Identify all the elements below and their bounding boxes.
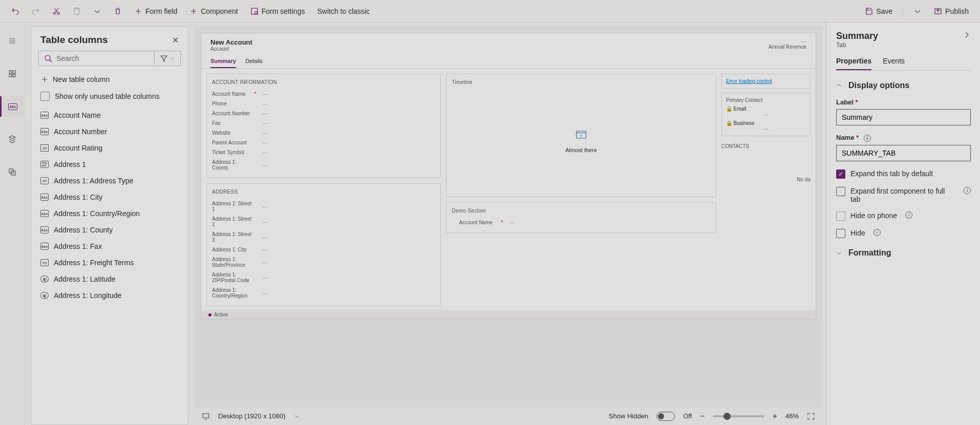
filter-button[interactable] [155, 51, 181, 66]
search-box[interactable] [38, 51, 155, 66]
component-label: Component [201, 7, 238, 15]
new-table-column-button[interactable]: New table column [31, 71, 188, 88]
column-item[interactable]: ◐Address 1: Latitude [31, 271, 188, 287]
column-item[interactable]: AbcAddress 1: City [31, 189, 188, 205]
hide-phone-checkbox-row[interactable]: Hide on phone i [836, 211, 971, 221]
svg-point-5 [254, 11, 257, 14]
chevron-down-icon [170, 54, 175, 62]
label-input[interactable] [836, 109, 971, 125]
hide-checkbox-row[interactable]: Hide i [836, 229, 971, 238]
primary-contact-box[interactable]: Primary Contact 🔒 Email --- 🔒 Business -… [721, 93, 811, 136]
expand-first-checkbox-row[interactable]: Expand first component to full tab i [836, 187, 971, 203]
hamburger-button[interactable] [0, 31, 25, 51]
formatting-header[interactable]: Formatting [836, 248, 971, 258]
save-button[interactable]: Save [861, 4, 897, 18]
properties-tab[interactable]: Properties [836, 57, 871, 70]
zoom-in-button[interactable]: + [773, 412, 777, 421]
save-label: Save [876, 7, 892, 15]
switch-classic-button[interactable]: Switch to classic [313, 4, 374, 18]
events-tab[interactable]: Events [883, 57, 905, 70]
chevron-right-icon[interactable] [963, 31, 971, 39]
column-item[interactable]: ▭Address 1: Address Type [31, 173, 188, 189]
zoom-slider[interactable] [713, 415, 764, 417]
annual-revenue-label: Annual Revenue [769, 44, 806, 50]
hidden-state: Off [683, 412, 692, 420]
hide-checkbox[interactable] [836, 229, 845, 238]
column-item[interactable]: ◐Address 1: Longitude [31, 287, 188, 304]
column-item[interactable]: ▭Address 1: Freight Terms [31, 254, 188, 271]
show-unused-checkbox-row[interactable]: Show only unused table columns [31, 88, 188, 105]
canvas-area: New Account Account --- Annual Revenue S… [195, 27, 822, 407]
tree-rail-button[interactable] [0, 129, 25, 150]
info-icon[interactable]: i [905, 211, 912, 219]
delete-button[interactable] [110, 4, 126, 18]
label-field-label: Label * [836, 98, 971, 106]
fit-button[interactable] [807, 412, 815, 420]
display-options-header[interactable]: Display options [836, 81, 971, 90]
paste-dropdown[interactable] [89, 4, 105, 18]
details-tab[interactable]: Details [245, 56, 263, 68]
expand-default-checkbox[interactable]: ✓ [836, 169, 845, 179]
switch-classic-label: Switch to classic [317, 7, 370, 15]
paste-button[interactable] [69, 4, 85, 18]
zoom-value: 46% [785, 412, 799, 420]
column-item[interactable]: AbcAccount Number [31, 123, 188, 140]
summary-tab[interactable]: Summary [210, 56, 236, 68]
address-section[interactable]: ADDRESS Address 1: Street 1--- Address 1… [206, 183, 441, 306]
form-lib-rail-button[interactable] [0, 162, 25, 182]
top-toolbar: Form field Component Form settings Switc… [0, 0, 980, 23]
demo-section[interactable]: Demo Section Account Name*--- [446, 202, 716, 233]
search-input[interactable] [56, 54, 149, 62]
svg-rect-7 [9, 71, 12, 73]
column-item[interactable]: ▭Account Rating [31, 140, 188, 156]
svg-rect-14 [577, 131, 586, 138]
device-label[interactable]: Desktop (1920 x 1080) [218, 412, 286, 420]
svg-rect-4 [251, 8, 258, 14]
close-panel-button[interactable]: ✕ [172, 35, 179, 45]
show-unused-checkbox[interactable] [40, 92, 50, 101]
column-item[interactable]: AbcAddress 1: County [31, 222, 188, 238]
columns-panel-title: Table columns [40, 34, 108, 46]
undo-button[interactable] [7, 4, 24, 18]
chevron-down-icon[interactable] [294, 412, 300, 420]
svg-point-13 [45, 55, 50, 60]
column-item[interactable]: AbcAddress 1: Country/Region [31, 205, 188, 222]
table-columns-panel: Table columns ✕ New table column Show on… [31, 27, 188, 425]
column-item[interactable]: AbcAccount Name [31, 107, 188, 123]
expand-default-checkbox-row[interactable]: ✓ Expand this tab by default [836, 169, 971, 179]
form-settings-button[interactable]: Form settings [246, 4, 309, 18]
form-preview[interactable]: New Account Account --- Annual Revenue S… [201, 33, 816, 320]
bottom-bar: Desktop (1920 x 1080) Show Hidden Off − … [195, 407, 822, 425]
columns-list: AbcAccount Name AbcAccount Number ▭Accou… [31, 107, 188, 424]
info-icon[interactable]: i [874, 229, 881, 236]
redo-button[interactable] [28, 4, 44, 18]
svg-rect-9 [9, 74, 12, 77]
form-title: New Account [210, 38, 252, 46]
timeline-section[interactable]: Timeline Almost there [446, 74, 716, 197]
column-item[interactable]: AbcAddress 1: Fax [31, 238, 188, 254]
name-field-label: Name * i [836, 134, 971, 142]
publish-button[interactable]: Publish [930, 4, 973, 18]
expand-first-checkbox[interactable] [836, 187, 845, 196]
column-item[interactable]: AbcdefAddress 1 [31, 156, 188, 173]
add-form-field-button[interactable]: Form field [130, 4, 181, 18]
form-canvas[interactable]: New Account Account --- Annual Revenue S… [195, 27, 822, 407]
components-rail-button[interactable] [0, 63, 25, 84]
svg-rect-8 [13, 71, 15, 73]
form-status-bar: Active [201, 310, 816, 319]
error-control-box[interactable]: Error loading control [721, 74, 811, 89]
save-dropdown[interactable] [909, 4, 926, 18]
hide-phone-checkbox[interactable] [836, 211, 845, 221]
name-input[interactable] [836, 145, 971, 161]
info-icon[interactable]: i [964, 187, 971, 194]
columns-rail-button[interactable]: Abc [0, 96, 25, 117]
props-subtitle: Tab [836, 41, 878, 49]
svg-rect-10 [13, 74, 15, 77]
info-icon[interactable]: i [864, 135, 871, 142]
show-hidden-toggle[interactable] [656, 412, 675, 421]
add-component-button[interactable]: Component [185, 4, 242, 18]
cut-button[interactable] [48, 4, 65, 18]
search-icon [44, 54, 52, 62]
zoom-out-button[interactable]: − [700, 412, 705, 421]
account-info-section[interactable]: ACCOUNT INFORMATION Account Name*--- Pho… [206, 74, 441, 178]
